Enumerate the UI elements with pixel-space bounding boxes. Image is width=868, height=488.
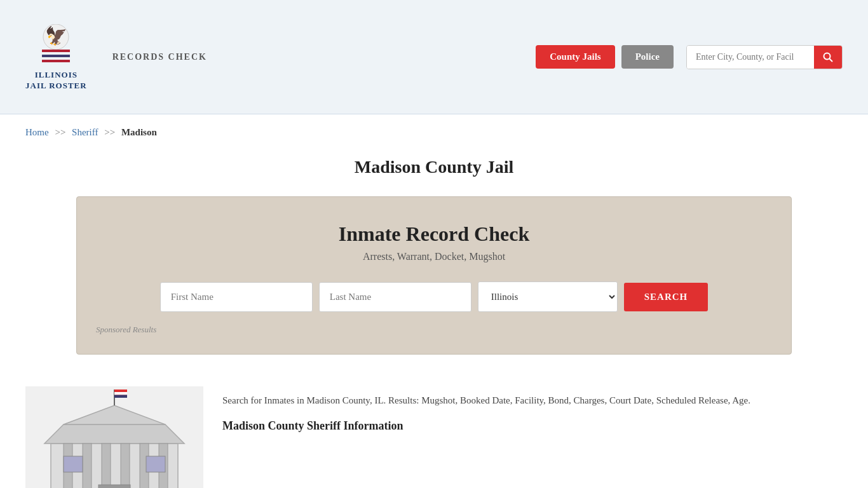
- svg-rect-20: [64, 456, 83, 472]
- header-search-bar: [686, 45, 843, 69]
- first-name-input[interactable]: [160, 282, 313, 312]
- svg-rect-21: [146, 456, 165, 472]
- search-icon: [823, 52, 833, 62]
- svg-text:🦅: 🦅: [45, 25, 67, 46]
- breadcrumb-sheriff[interactable]: Sheriff: [72, 127, 98, 137]
- header-search-input[interactable]: [687, 46, 814, 69]
- breadcrumb-sep-2: >>: [104, 127, 115, 137]
- svg-rect-13: [102, 444, 111, 488]
- record-check-title: Inmate Record Check: [96, 222, 772, 246]
- header-nav: County Jails Police: [536, 45, 843, 69]
- content-description: Search for Inmates in Madison County, IL…: [222, 393, 843, 409]
- flag-icon: 🦅: [37, 23, 75, 67]
- svg-rect-12: [83, 444, 92, 488]
- search-button[interactable]: SEARCH: [624, 283, 709, 311]
- site-header: 🦅 ILLINOIS JAIL ROSTER RECORDS CHECK Cou…: [0, 0, 868, 114]
- svg-point-5: [824, 53, 831, 59]
- police-button[interactable]: Police: [621, 45, 674, 69]
- svg-marker-9: [44, 424, 184, 444]
- svg-rect-28: [114, 392, 127, 395]
- site-logo[interactable]: 🦅 ILLINOIS JAIL ROSTER: [25, 23, 87, 92]
- content-section-title: Madison County Sheriff Information: [222, 419, 843, 433]
- county-jails-button[interactable]: County Jails: [536, 45, 614, 69]
- svg-rect-29: [114, 395, 127, 398]
- building-svg: [25, 386, 203, 488]
- state-select[interactable]: AlabamaAlaskaArizonaArkansasCaliforniaCo…: [478, 281, 618, 312]
- header-search-button[interactable]: [814, 46, 842, 69]
- page-title: Madison County Jail: [25, 157, 843, 177]
- records-check-label: RECORDS CHECK: [112, 52, 207, 62]
- record-check-subtitle: Arrests, Warrant, Docket, Mugshot: [96, 251, 772, 262]
- svg-rect-27: [114, 390, 127, 393]
- last-name-input[interactable]: [319, 282, 471, 312]
- content-text: Search for Inmates in Madison County, IL…: [222, 386, 843, 438]
- building-image: [25, 386, 203, 488]
- sponsored-label: Sponsored Results: [96, 325, 772, 335]
- svg-line-6: [830, 58, 833, 62]
- breadcrumb: Home >> Sheriff >> Madison: [0, 114, 868, 144]
- svg-rect-17: [98, 485, 130, 488]
- breadcrumb-sep-1: >>: [55, 127, 65, 137]
- content-area: Search for Inmates in Madison County, IL…: [0, 374, 868, 488]
- logo-text: ILLINOIS JAIL ROSTER: [25, 70, 87, 92]
- breadcrumb-home[interactable]: Home: [25, 127, 49, 137]
- record-check-box: Inmate Record Check Arrests, Warrant, Do…: [76, 196, 792, 355]
- svg-rect-14: [121, 444, 130, 488]
- breadcrumb-current: Madison: [121, 127, 157, 137]
- logo-svg: 🦅: [37, 24, 75, 65]
- inmate-search-form: AlabamaAlaskaArizonaArkansasCaliforniaCo…: [96, 281, 772, 312]
- page-title-area: Madison County Jail: [0, 144, 868, 196]
